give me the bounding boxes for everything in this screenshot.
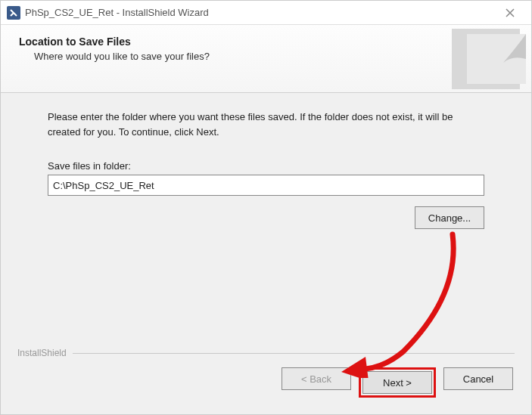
page-subtitle: Where would you like to save your files? xyxy=(34,51,513,62)
installer-window: PhSp_CS2_UE_Ret - InstallShield Wizard L… xyxy=(0,0,532,415)
next-button[interactable]: Next > xyxy=(362,371,432,394)
window-title: PhSp_CS2_UE_Ret - InstallShield Wizard xyxy=(25,7,495,18)
wizard-header: Location to Save Files Where would you l… xyxy=(1,25,531,93)
wizard-content: Please enter the folder where you want t… xyxy=(1,93,531,348)
cancel-button[interactable]: Cancel xyxy=(443,367,513,390)
close-button[interactable] xyxy=(495,1,525,24)
close-icon xyxy=(506,8,515,17)
instruction-text: Please enter the folder where you want t… xyxy=(48,110,484,139)
back-button[interactable]: < Back xyxy=(282,367,351,390)
svg-marker-1 xyxy=(467,34,526,84)
header-decoration-icon xyxy=(444,25,531,93)
page-title: Location to Save Files xyxy=(19,36,513,48)
path-label: Save files in folder: xyxy=(48,160,484,172)
next-highlight-box: Next > xyxy=(359,367,436,398)
wizard-footer: InstallShield < Back Next > Cancel xyxy=(1,348,531,414)
brand-label: InstallShield xyxy=(17,348,67,358)
app-icon xyxy=(7,6,20,20)
change-button[interactable]: Change... xyxy=(415,206,484,229)
divider xyxy=(73,353,515,354)
path-input[interactable] xyxy=(48,175,484,196)
titlebar: PhSp_CS2_UE_Ret - InstallShield Wizard xyxy=(1,1,531,25)
